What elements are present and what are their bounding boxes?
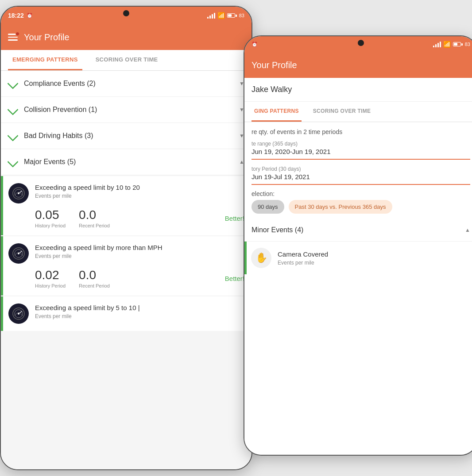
alarm-icon: ⏰ <box>27 13 33 19</box>
speedometer-icon-1 <box>8 183 29 203</box>
history-range-section: te range (365 days) Jun 19, 2020-Jun 19,… <box>251 139 470 161</box>
camera-subtitle: Events per mile <box>278 260 328 266</box>
recent-period-date: Jun 19-Jul 19, 2021 <box>251 173 470 180</box>
battery-percent-right: 83 <box>465 42 470 47</box>
category-bad-habits[interactable]: Bad Driving Habits (3) ▼ <box>1 123 251 149</box>
app-header-right: Your Profile <box>244 52 472 78</box>
bad-habits-label: Bad Driving Habits (3) <box>24 132 233 140</box>
minor-events-dropdown-icon: ▲ <box>465 227 470 233</box>
major-events-icon <box>8 157 18 167</box>
event-2-recent-label: Recent Period <box>79 283 110 288</box>
content-right: re qty. of events in 2 time periods te r… <box>244 122 472 456</box>
event-2-stats: 0.02 History Period 0.0 Recent Period Be… <box>8 268 244 288</box>
event-card-3: Exceeding a speed limit by 5 to 10 | Eve… <box>1 296 251 331</box>
category-major-events[interactable]: Major Events (5) ▲ <box>1 149 251 175</box>
event-1-subtitle: Events per mile <box>35 193 244 199</box>
tab-emerging-right[interactable]: GING PATTERNS <box>251 102 302 122</box>
camera-info: Camera Covered Events per mile <box>278 250 328 266</box>
time-display: 18:22 <box>8 12 24 19</box>
wifi-icon: 📶 <box>217 12 225 19</box>
event-1-status: Better! <box>225 215 244 222</box>
btn-90-days[interactable]: 90 days <box>251 200 284 214</box>
app-header-left: Your Profile <box>1 24 251 50</box>
event-1-title: Exceeding a speed limit by 10 to 20 <box>35 183 244 192</box>
profile-name: Jake Walky <box>244 78 472 102</box>
event-1-history: 0.05 History Period <box>35 208 66 228</box>
recent-period-label: tory Period (30 days) <box>251 166 470 172</box>
recent-period-section: tory Period (30 days) Jun 19-Jul 19, 202… <box>251 164 470 186</box>
tab-scoring-over-time[interactable]: SCORING OVER TIME <box>91 50 162 70</box>
event-card-2-top: Exceeding a speed limit by more than MPH… <box>8 243 244 264</box>
event-2-history: 0.02 History Period <box>35 268 66 288</box>
speedometer-icon-3 <box>8 303 29 324</box>
header-title-right: Your Profile <box>251 60 297 70</box>
battery-percent: 83 <box>239 13 244 18</box>
event-1-recent-value: 0.0 <box>79 208 110 222</box>
alarm-icon-right: ⏰ <box>251 42 258 47</box>
event-2-status: Better! <box>225 275 244 282</box>
compliance-label: Compliance Events (2) <box>24 80 233 88</box>
event-1-history-label: History Period <box>35 223 66 228</box>
tab-emerging-patterns[interactable]: EMERGING PATTERNS <box>8 50 82 70</box>
event-card-1: Exceeding a speed limit by 10 to 20 Even… <box>1 176 251 235</box>
event-1-recent-label: Recent Period <box>79 223 110 228</box>
svg-point-3 <box>18 192 19 194</box>
signal-icon <box>207 12 215 19</box>
history-range-label: te range (365 days) <box>251 141 470 147</box>
minor-events-row[interactable]: Minor Events (4) ▲ <box>244 219 472 242</box>
event-card-3-top: Exceeding a speed limit by 5 to 10 | Eve… <box>8 303 244 324</box>
btn-past-30-days[interactable]: Past 30 days vs. Previous 365 days <box>289 200 392 214</box>
camera-card: ✋ Camera Covered Events per mile <box>244 242 472 274</box>
content-left: Compliance Events (2) ▼ Collision Preven… <box>1 71 251 470</box>
event-2-recent-value: 0.0 <box>79 268 110 282</box>
collision-label: Collision Prevention (1) <box>24 106 233 114</box>
category-collision[interactable]: Collision Prevention (1) ▼ <box>1 97 251 123</box>
header-title-left: Your Profile <box>24 32 70 42</box>
wifi-icon-right: 📶 <box>443 41 451 48</box>
event-2-title: Exceeding a speed limit by more than MPH <box>35 243 244 252</box>
event-1-history-value: 0.05 <box>35 208 66 222</box>
collision-icon <box>8 105 18 115</box>
camera-notch-right <box>358 40 364 46</box>
major-events-label: Major Events (5) <box>24 158 233 166</box>
tabs-left: EMERGING PATTERNS SCORING OVER TIME <box>1 50 251 71</box>
signal-icon-right <box>433 41 441 47</box>
event-2-history-value: 0.02 <box>35 268 66 282</box>
svg-point-7 <box>18 253 19 254</box>
event-1-recent: 0.0 Recent Period <box>79 208 110 228</box>
battery-icon <box>227 13 237 18</box>
event-2-history-label: History Period <box>35 283 66 288</box>
event-2-recent: 0.0 Recent Period <box>79 268 110 288</box>
hamburger-menu[interactable] <box>8 34 18 41</box>
camera-notch <box>123 10 129 16</box>
compare-text: re qty. of events in 2 time periods <box>244 122 472 139</box>
speedometer-icon-2 <box>8 243 29 264</box>
event-2-info: Exceeding a speed limit by more than MPH… <box>35 243 244 259</box>
tab-scoring-right[interactable]: SCORING OVER TIME <box>310 102 373 122</box>
event-3-title: Exceeding a speed limit by 5 to 10 | <box>35 303 244 312</box>
event-3-subtitle: Events per mile <box>35 313 244 319</box>
event-1-stats: 0.05 History Period 0.0 Recent Period Be… <box>8 208 244 228</box>
right-phone: ⏰ 📶 83 Your Profile Jake Walky GING PATT… <box>244 35 472 456</box>
event-card-2: Exceeding a speed limit by more than MPH… <box>1 236 251 296</box>
svg-point-11 <box>18 313 19 315</box>
selection-buttons: 90 days Past 30 days vs. Previous 365 da… <box>244 200 472 219</box>
event-1-info: Exceeding a speed limit by 10 to 20 Even… <box>35 183 244 199</box>
event-card-1-top: Exceeding a speed limit by 10 to 20 Even… <box>8 183 244 203</box>
minor-events-label: Minor Events (4) <box>251 226 460 234</box>
tabs-right: GING PATTERNS SCORING OVER TIME <box>244 102 472 122</box>
event-3-info: Exceeding a speed limit by 5 to 10 | Eve… <box>35 303 244 319</box>
category-compliance[interactable]: Compliance Events (2) ▼ <box>1 71 251 97</box>
compliance-icon <box>8 79 18 88</box>
selection-label: election: <box>244 186 472 200</box>
hand-icon: ✋ <box>251 248 271 268</box>
history-range-date: Jun 19, 2020-Jun 19, 2021 <box>251 148 470 155</box>
camera-title: Camera Covered <box>278 250 328 259</box>
battery-icon-right <box>453 42 463 46</box>
event-2-subtitle: Events per mile <box>35 253 244 259</box>
bad-habits-icon <box>8 131 18 141</box>
left-phone: 18:22 ⏰ 📶 83 Your Profile <box>0 6 252 470</box>
